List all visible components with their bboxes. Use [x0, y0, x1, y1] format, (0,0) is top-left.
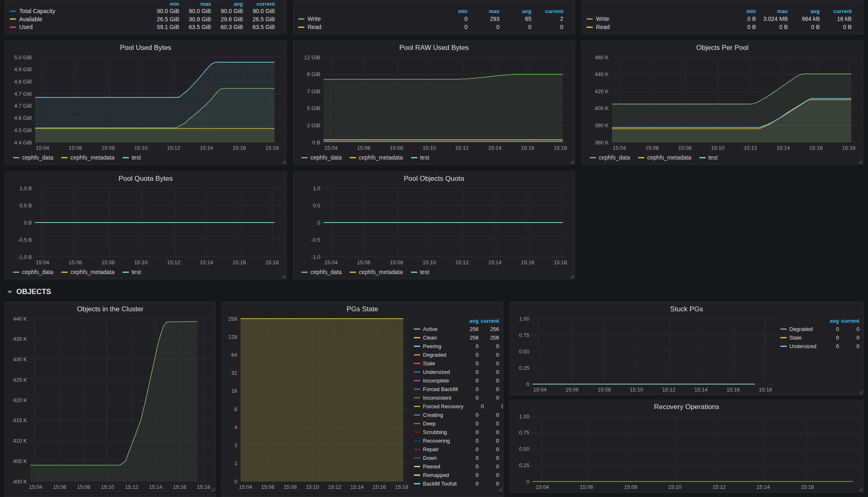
legend-item-cephfs_data[interactable]: cephfs_data	[301, 269, 342, 275]
panel-title[interactable]: Stuck PGs	[510, 302, 864, 315]
panel-resize-handle[interactable]	[859, 487, 863, 491]
legend-item-cephfs_metadata[interactable]: cephfs_metadata	[350, 154, 403, 161]
pool-used-bytes-graph[interactable]: 15:0415:0615:0815:1015:1215:1415:1615:18…	[5, 53, 286, 153]
svg-text:15:06: 15:06	[261, 484, 274, 490]
legend-row-degraded[interactable]: Degraded00	[780, 325, 859, 333]
stuck-pgs-graph[interactable]: 15:0415:0615:0815:1015:1215:1415:1615:18…	[510, 315, 780, 395]
svg-text:15:08: 15:08	[101, 145, 115, 151]
series-name: Active	[414, 326, 458, 332]
legend-row-incomplete[interactable]: Incomplete00	[414, 376, 499, 385]
svg-text:0.75: 0.75	[519, 430, 529, 436]
panel-resize-handle[interactable]	[281, 274, 286, 278]
legend-sort-avg[interactable]: avg	[819, 318, 839, 324]
svg-text:15:08: 15:08	[390, 259, 403, 265]
legend-sort-min[interactable]: min	[724, 8, 756, 14]
legend-sort-avg[interactable]: avg	[211, 1, 243, 7]
legend-sort-min[interactable]: min	[436, 8, 468, 14]
legend-sort-avg[interactable]: avg	[788, 8, 820, 14]
pgs-state-graph[interactable]: 15:0415:0615:0815:1015:1215:1415:1615:18…	[222, 315, 413, 492]
legend-row-peering[interactable]: Peering00	[414, 342, 499, 351]
pool-raw-used-bytes-graph[interactable]: 15:0415:0615:0815:1015:1215:1415:1615:18…	[293, 53, 575, 153]
legend-row-used[interactable]: Used59.1 GiB63.5 GiB60.3 GiB63.5 GiB	[10, 23, 275, 31]
legend-row-write[interactable]: Write0 B3.024 MB664 kB16 kB	[587, 15, 852, 23]
stat-value: 63.5 GiB	[179, 24, 211, 30]
series-swatch	[414, 423, 420, 424]
legend-row-read[interactable]: Read0000	[298, 23, 563, 31]
legend-row-stale[interactable]: Stale00	[780, 333, 859, 342]
panel-title[interactable]: Pool Quota Bytes	[5, 172, 286, 184]
legend-item-cephfs_metadata[interactable]: cephfs_metadata	[638, 154, 691, 161]
pool-quota-bytes-graph[interactable]: 15:0415:0615:0815:1015:1215:1415:1615:18…	[5, 184, 286, 268]
legend-row-stale[interactable]: Stale00	[414, 359, 499, 368]
legend-row-clean[interactable]: Clean256256	[414, 333, 499, 342]
legend-item-test[interactable]: test	[411, 269, 430, 275]
legend-sort-max[interactable]: max	[179, 1, 211, 7]
legend-sort-max[interactable]: max	[468, 8, 499, 14]
legend-row-backfill-toofull[interactable]: Backfill Toofull00	[414, 479, 499, 488]
legend-row-read[interactable]: Read0 B0 B0 B0 B	[587, 23, 852, 31]
legend-item-test[interactable]: test	[123, 154, 141, 161]
legend-sort-max[interactable]: max	[756, 8, 788, 14]
legend-row-forced-recovery[interactable]: Forced Recovery00	[414, 402, 499, 411]
legend-row-creating[interactable]: Creating00	[414, 411, 499, 419]
legend-row-write[interactable]: Write0293652	[298, 15, 563, 23]
legend-sort-avg[interactable]: avg	[499, 8, 531, 14]
legend-row-undersized[interactable]: Undersized00	[780, 342, 859, 351]
objects-in-cluster-graph[interactable]: 15:0415:0615:0815:1015:1215:1415:1615:18…	[5, 315, 216, 492]
panel-resize-handle[interactable]	[211, 487, 215, 491]
legend-row-active[interactable]: Active256256	[414, 325, 499, 333]
svg-text:420 K: 420 K	[13, 397, 27, 403]
legend-item-test[interactable]: test	[411, 154, 430, 161]
legend-item-cephfs_metadata[interactable]: cephfs_metadata	[61, 269, 114, 275]
legend-item-cephfs_data[interactable]: cephfs_data	[13, 154, 53, 161]
legend-row-recovering[interactable]: Recovering00	[414, 436, 499, 445]
legend-sort-current[interactable]: current	[820, 8, 852, 14]
panel-resize-handle[interactable]	[570, 274, 574, 278]
legend-item-cephfs_metadata[interactable]: cephfs_metadata	[350, 269, 403, 275]
panel-title[interactable]: Pool Used Bytes	[5, 41, 286, 53]
legend-row-peered[interactable]: Peered00	[414, 462, 499, 471]
legend-item-cephfs_data[interactable]: cephfs_data	[301, 154, 342, 161]
legend-row-undersized[interactable]: Undersized00	[414, 368, 499, 376]
legend-sort-current[interactable]: current	[243, 1, 275, 7]
legend-row-total-capacity[interactable]: Total Capacity90.0 GiB90.0 GiB90.0 GiB90…	[10, 7, 275, 15]
panel-resize-handle[interactable]	[859, 390, 863, 394]
section-row-objects[interactable]: OBJECTS	[7, 286, 51, 298]
panel-title[interactable]: PGs State	[222, 302, 503, 315]
svg-text:4.7 GiB: 4.7 GiB	[14, 103, 32, 109]
recovery-operations-graph[interactable]: 15:0415:0615:0815:1015:1215:1415:161.000…	[510, 412, 864, 492]
legend-row-remapped[interactable]: Remapped00	[414, 471, 499, 479]
legend-item-cephfs_data[interactable]: cephfs_data	[590, 154, 630, 161]
legend-row-inconsistent[interactable]: Inconsistent00	[414, 394, 499, 402]
legend-sort-current[interactable]: current	[839, 318, 859, 324]
series-swatch	[414, 354, 420, 355]
legend-row-degraded[interactable]: Degraded00	[414, 351, 499, 359]
legend-sort-current[interactable]: current	[531, 8, 563, 14]
legend-item-test[interactable]: test	[699, 154, 718, 161]
panel-title[interactable]: Objects Per Pool	[582, 41, 863, 53]
panel-resize-handle[interactable]	[570, 160, 574, 164]
panel-resize-handle[interactable]	[498, 487, 502, 491]
panel-title[interactable]: Recovery Operations	[510, 400, 864, 412]
legend-item-test[interactable]: test	[123, 269, 141, 275]
legend-item-cephfs_data[interactable]: cephfs_data	[13, 269, 53, 275]
legend-sort-min[interactable]: min	[147, 1, 179, 7]
panel-resize-handle[interactable]	[281, 160, 286, 164]
legend-row-available[interactable]: Available26.5 GiB30.9 GiB29.6 GiB26.5 Gi…	[10, 15, 275, 23]
panel-title[interactable]: Objects in the Cluster	[5, 302, 216, 315]
legend-row-repair[interactable]: Repair00	[414, 445, 499, 454]
legend-sort-current[interactable]: current	[479, 318, 499, 324]
pool-used-bytes-legend: cephfs_datacephfs_metadatatest	[5, 153, 286, 164]
legend-item-cephfs_metadata[interactable]: cephfs_metadata	[61, 154, 114, 161]
legend-row-forced-backfill[interactable]: Forced Backfill00	[414, 385, 499, 394]
pool-objects-quota-graph[interactable]: 15:0415:0615:0815:1015:1215:1415:1615:18…	[293, 184, 575, 268]
legend-row-scrubbing[interactable]: Scrubbing00	[414, 428, 499, 436]
legend-row-deep[interactable]: Deep00	[414, 419, 499, 428]
legend-sort-avg[interactable]: avg	[458, 318, 479, 324]
panel-title[interactable]: Pool Objects Quota	[293, 172, 575, 184]
legend-row-down[interactable]: Down00	[414, 454, 499, 462]
objects-per-pool-graph[interactable]: 15:0415:0615:0815:1015:1215:1415:1615:18…	[582, 53, 863, 153]
panel-title[interactable]: Pool RAW Used Bytes	[293, 41, 575, 53]
panel-resize-handle[interactable]	[858, 160, 862, 164]
legend-table-header: avgcurrent	[780, 317, 859, 325]
